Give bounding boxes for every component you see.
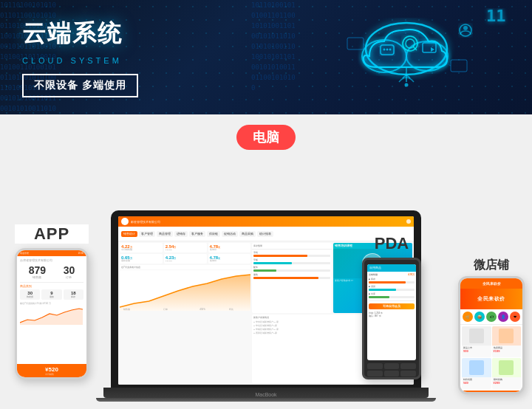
product-thumbnail-4 <box>499 360 514 375</box>
wechat-icon-3: 🏷 <box>486 312 497 322</box>
devices-container: APP 明道管理 10:30 台湾省管理技术有限公司 879 销售额 <box>0 157 532 409</box>
app-label: APP <box>15 224 89 244</box>
pda-device-wrapper: PDA 应用商品 总销售额 4.78万 ■ 库存 ■ <box>362 234 421 379</box>
mini-box-1-header: 库存预警 <box>252 243 331 250</box>
bar-row-3: 配件 <box>253 266 330 272</box>
screen-nav-item-5[interactable]: 客户服务 <box>189 231 205 237</box>
mini-box-1-content: 手机 平板 <box>252 250 331 282</box>
screen-stat-box-2: 2.54万 248,005 <box>164 243 207 252</box>
phone-bottom-bar: ¥520 今日销售 <box>17 364 86 377</box>
phone-chart <box>20 306 83 325</box>
phone-inner: 明道管理 10:30 台湾省管理技术有限公司 879 销售额 30 <box>17 250 86 377</box>
wechat-product-2: 热卖商品 ¥199 <box>492 326 522 357</box>
wechat-promo-banner: 全民来砍价 <box>460 289 522 309</box>
svg-point-10 <box>389 48 392 50</box>
wechat-product-info-2: 热卖商品 ¥199 <box>492 346 522 354</box>
bar-row-2: 平板 <box>253 258 330 264</box>
app-phone: 明道管理 10:30 台湾省管理技术有限公司 879 销售额 30 <box>15 248 89 379</box>
product-price-2: ¥199 <box>494 349 520 353</box>
screen-nav-item-7[interactable]: 促销活动 <box>222 231 238 237</box>
cloud-svg: 11 <box>303 8 510 104</box>
stat-label-3: 客单价 <box>210 249 250 251</box>
screen-stat-box-5: 4.23万 248,005 <box>164 254 207 264</box>
screen-nav-item-2[interactable]: 客户管理 <box>139 231 155 237</box>
phone-numbers-row: 879 销售额 30 订单 <box>20 264 83 279</box>
phone-label-1: 销售额 <box>29 276 46 279</box>
screen-nav-item-9[interactable]: 统计报表 <box>257 231 273 237</box>
stat-label-6: 客单价 <box>210 260 250 262</box>
phone-status-bar: 明道管理 10:30 <box>17 250 86 256</box>
phone-divider <box>20 282 83 283</box>
pda-key-6[interactable] <box>400 371 416 377</box>
screen-nav-item-1[interactable]: 销售统计 <box>121 231 137 237</box>
phone-menu-2: 9 退款 <box>41 289 61 300</box>
chart-svg: 销售额 订单 435% 环比 <box>120 270 250 311</box>
wechat-product-3: 特价优惠 ¥49 <box>462 358 491 389</box>
screen-header: 邮差管理技术有限公司 <box>118 216 414 227</box>
pda-key-5[interactable] <box>384 371 400 377</box>
phone-price: ¥520 <box>45 366 58 373</box>
svg-point-8 <box>383 48 386 50</box>
stat-label-4: 退款金额 <box>121 260 161 262</box>
screen-left-panel: 4.22万 今日销售额 2.54万 248,005 4. <box>120 243 250 383</box>
pda-bar-2: ■ 进货 <box>369 285 415 291</box>
stat-label-5: 248,005 <box>166 260 205 262</box>
svg-text:销售额: 销售额 <box>123 308 130 311</box>
phone-menu-3: 18 库存 <box>64 289 83 300</box>
pda-key-3[interactable] <box>400 363 416 369</box>
pda-key-4[interactable] <box>367 371 383 377</box>
wechat-icon-1: 🛒 <box>463 312 473 322</box>
pda-divider <box>369 300 415 301</box>
svg-text:订单: 订单 <box>163 308 168 311</box>
banner-text-block: 云端系统 CLOUD SYSTEM 不限设备 多端使用 <box>22 18 138 97</box>
phone-section-label: 商品类别 <box>20 285 83 288</box>
phone-time: 10:30 <box>78 252 83 255</box>
banner-title-chinese: 云端系统 <box>22 18 138 50</box>
wechat-icons-row: 🛒 📦 🏷 👤 ❤ <box>460 309 522 325</box>
svg-marker-21 <box>120 275 250 311</box>
screen-nav-item-8[interactable]: 商品采购 <box>239 231 256 237</box>
wechat-icon-5: ❤ <box>510 312 520 322</box>
product-price-1: ¥99 <box>463 349 490 353</box>
screen-nav-item-3[interactable]: 商品管理 <box>157 231 173 237</box>
stat-label-2: 248,005 <box>166 249 205 251</box>
product-thumbnail-3 <box>469 360 484 375</box>
app-device-wrapper: APP 明道管理 10:30 台湾省管理技术有限公司 879 销售额 <box>15 224 89 379</box>
product-thumbnail-2 <box>499 329 514 343</box>
wechat-product-info-4: 限时抢购 ¥299 <box>492 377 522 385</box>
stat-label-1: 今日销售额 <box>121 249 161 251</box>
phone-menu-1: 30 待发货 <box>20 289 40 300</box>
wechat-product-grid: 新品上市 ¥99 热卖商品 ¥199 <box>460 325 522 391</box>
wechat-product-info-1: 新品上市 ¥99 <box>462 346 491 354</box>
pda-key-1[interactable] <box>367 363 383 369</box>
screen-stat-box-6: 4.78元 客单价 <box>208 254 251 264</box>
bar-row-1: 手机 <box>253 251 330 257</box>
wechat-product-img-2 <box>492 326 522 346</box>
screen-nav-item-6[interactable]: 供应链 <box>207 231 220 237</box>
screen-nav-item-4[interactable]: 进销存 <box>174 231 188 237</box>
pda-label: PDA <box>362 234 421 253</box>
wechat-header: 全民来砍价 <box>460 278 522 289</box>
svg-rect-16 <box>347 38 364 49</box>
phone-big-num-2: 30 <box>64 264 75 276</box>
wechat-product-img-1 <box>462 326 491 346</box>
phone-menu-row: 30 待发货 9 退款 18 库存 <box>20 289 83 300</box>
pda-screen: 应用商品 总销售额 4.78万 ■ 库存 ■ 进货 <box>367 264 416 360</box>
svg-text:435%: 435% <box>200 308 205 311</box>
pda-cta: 写单应用会员 <box>369 303 415 309</box>
svg-point-15 <box>405 83 409 86</box>
binary-decoration-right: 1011010010101001101100101010011010010101… <box>251 0 296 114</box>
pda-key-2[interactable] <box>384 363 400 369</box>
svg-point-9 <box>386 48 389 50</box>
phone-label-2: 订单 <box>64 276 75 279</box>
pda-device: 应用商品 总销售额 4.78万 ■ 库存 ■ 进货 <box>362 258 421 379</box>
pda-stats: 扫描: 1,234 件 确认: 987 件 <box>369 312 415 317</box>
pda-content: 总销售额 4.78万 ■ 库存 ■ 进货 ■ 出库 <box>367 272 416 319</box>
svg-text:11: 11 <box>486 8 506 25</box>
screen-company: 邮差管理技术有限公司 <box>131 220 160 224</box>
wechat-product-img-4 <box>492 358 522 377</box>
wechat-product-info-3: 特价优惠 ¥49 <box>462 377 491 385</box>
product-price-3: ¥49 <box>463 381 490 385</box>
phone-content: 台湾省管理技术有限公司 879 销售额 30 订单 <box>17 256 86 329</box>
laptop-foot <box>96 398 436 402</box>
